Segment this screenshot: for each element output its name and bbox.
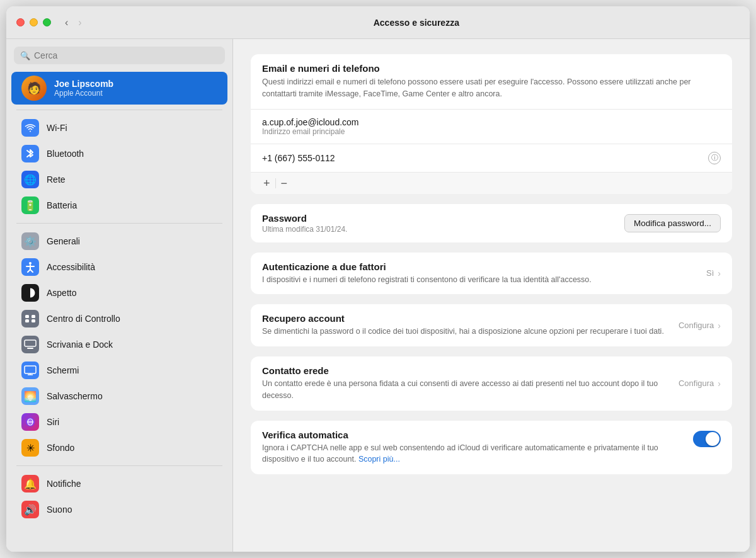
legacy-right: Configura › [679, 379, 721, 389]
recovery-row[interactable]: Recupero account Se dimentichi la passwo… [251, 304, 732, 346]
phone-row: +1 (667) 555-0112 ⓘ [251, 144, 732, 173]
svg-rect-11 [27, 348, 33, 349]
legacy-status: Configura [679, 379, 714, 388]
remove-button[interactable]: − [276, 176, 293, 190]
password-title: Password [262, 213, 347, 224]
bluetooth-label: Bluetooth [47, 149, 84, 159]
recovery-chevron-icon: › [718, 321, 721, 331]
two-factor-title: Autenticazione a due fattori [262, 261, 706, 272]
sidebar-item-wifi[interactable]: Wi-Fi [11, 115, 227, 140]
legacy-desc: Un contatto erede è una persona fidata a… [262, 378, 679, 402]
email-type-label: Indirizzo email principale [262, 127, 721, 136]
sidebar-item-generali[interactable]: ⚙️ Generali [11, 229, 227, 254]
auto-verify-desc-text: Ignora i CAPTCHA nelle app e sul web con… [262, 443, 658, 464]
svg-rect-8 [25, 319, 29, 322]
batteria-icon: 🔋 [21, 196, 39, 214]
svg-rect-10 [25, 340, 36, 346]
back-button[interactable]: ‹ [61, 16, 72, 30]
close-button[interactable] [16, 18, 25, 26]
notifiche-label: Notifiche [47, 479, 81, 489]
generali-label: Generali [47, 236, 80, 246]
siri-icon [21, 413, 39, 431]
wifi-label: Wi-Fi [47, 123, 67, 133]
password-subtitle: Ultima modifica 31/01/24. [262, 225, 347, 234]
forward-button[interactable]: › [74, 16, 85, 30]
sidebar-item-scrivania-dock[interactable]: Scrivania e Dock [11, 332, 227, 357]
recovery-desc: Se dimentichi la password o il codice de… [262, 326, 679, 338]
centro-controllo-label: Centro di Controllo [47, 314, 120, 324]
sidebar-item-aspetto[interactable]: Aspetto [11, 280, 227, 305]
schermi-label: Schermi [47, 365, 79, 375]
search-input[interactable] [34, 50, 219, 60]
schermi-icon [21, 362, 39, 379]
recovery-info: Recupero account Se dimentichi la passwo… [262, 313, 679, 338]
info-icon[interactable]: ⓘ [708, 152, 721, 164]
suono-icon: 🔊 [21, 501, 39, 518]
password-section: Password Ultima modifica 31/01/24. Modif… [251, 204, 732, 242]
auto-verify-row: Verifica automatica Ignora i CAPTCHA nel… [251, 421, 732, 475]
content-area: Email e numeri di telefono Questi indiri… [233, 39, 750, 552]
recovery-status: Configura [679, 321, 714, 330]
sidebar-item-accessibilita[interactable]: Accessibilità [11, 254, 227, 280]
sidebar-item-salvaschermo[interactable]: 🌅 Salvaschermo [11, 384, 227, 409]
sidebar-divider-2 [16, 223, 222, 224]
generali-icon: ⚙️ [21, 232, 39, 250]
sfondo-label: Sfondo [47, 443, 74, 453]
avatar: 🧑 [21, 76, 47, 101]
change-password-button[interactable]: Modifica password... [624, 214, 721, 232]
recovery-right: Configura › [679, 321, 721, 331]
two-factor-info: Autenticazione a due fattori I dispositi… [262, 261, 706, 286]
sidebar-item-notifiche[interactable]: 🔔 Notifiche [11, 471, 227, 496]
auto-verify-link[interactable]: Scopri più... [358, 455, 400, 464]
legacy-section: Contatto erede Un contatto erede è una p… [251, 356, 732, 411]
sidebar-item-apple-account[interactable]: 🧑 Joe Lipscomb Apple Account [11, 72, 227, 105]
auto-verify-toggle[interactable] [693, 431, 721, 447]
minimize-button[interactable] [30, 18, 38, 26]
sidebar-item-batteria[interactable]: 🔋 Batteria [11, 193, 227, 218]
maximize-button[interactable] [43, 18, 51, 26]
auto-verify-info: Verifica automatica Ignora i CAPTCHA nel… [262, 430, 683, 466]
main-window: ‹ › Accesso e sicurezza 🔍 🧑 Joe Lipscomb… [6, 6, 750, 552]
two-factor-right: Sì › [706, 268, 721, 278]
user-info: Joe Lipscomb Apple Account [54, 79, 113, 98]
password-row: Password Ultima modifica 31/01/24. Modif… [251, 204, 732, 242]
sidebar-item-sfondo[interactable]: ✳ Sfondo [11, 435, 227, 460]
recovery-title: Recupero account [262, 313, 679, 324]
toggle-knob [706, 432, 719, 446]
sidebar: 🔍 🧑 Joe Lipscomb Apple Account [6, 39, 233, 552]
auto-verify-section: Verifica automatica Ignora i CAPTCHA nel… [251, 421, 732, 475]
legacy-row[interactable]: Contatto erede Un contatto erede è una p… [251, 356, 732, 411]
chevron-icon: › [718, 268, 721, 278]
search-bar[interactable]: 🔍 [14, 47, 225, 64]
salvaschermo-icon: 🌅 [21, 387, 39, 405]
sidebar-item-bluetooth[interactable]: Bluetooth [11, 141, 227, 166]
two-factor-desc: I dispositivi e i numeri di telefono reg… [262, 274, 706, 286]
scrivania-dock-label: Scrivania e Dock [47, 339, 113, 350]
rete-icon: 🌐 [21, 171, 39, 188]
add-button[interactable]: + [258, 176, 275, 190]
email-section: Email e numeri di telefono Questi indiri… [251, 54, 732, 194]
sidebar-item-suono[interactable]: 🔊 Suono [11, 497, 227, 522]
notifiche-icon: 🔔 [21, 475, 39, 493]
password-info: Password Ultima modifica 31/01/24. [262, 213, 347, 234]
legacy-title: Contatto erede [262, 365, 679, 376]
salvaschermo-label: Salvaschermo [47, 391, 103, 401]
sidebar-item-schermi[interactable]: Schermi [11, 358, 227, 383]
batteria-label: Batteria [47, 200, 77, 210]
sidebar-item-siri[interactable]: Siri [11, 409, 227, 435]
email-address: a.cup.of.joe@icloud.com [262, 117, 721, 127]
sfondo-icon: ✳ [21, 439, 39, 457]
main-layout: 🔍 🧑 Joe Lipscomb Apple Account [6, 39, 750, 552]
add-remove-row: + − [251, 173, 732, 194]
svg-rect-6 [25, 315, 29, 318]
legacy-chevron-icon: › [718, 379, 721, 389]
traffic-lights [16, 18, 51, 26]
two-factor-row[interactable]: Autenticazione a due fattori I dispositi… [251, 253, 732, 295]
sidebar-item-centro-controllo[interactable]: Centro di Controllo [11, 306, 227, 331]
accessibilita-icon [21, 258, 39, 276]
window-title: Accesso e sicurezza [93, 18, 740, 28]
sidebar-item-rete[interactable]: 🌐 Rete [11, 167, 227, 192]
legacy-info: Contatto erede Un contatto erede è una p… [262, 365, 679, 402]
svg-line-4 [30, 270, 33, 272]
search-icon: 🔍 [20, 51, 30, 60]
